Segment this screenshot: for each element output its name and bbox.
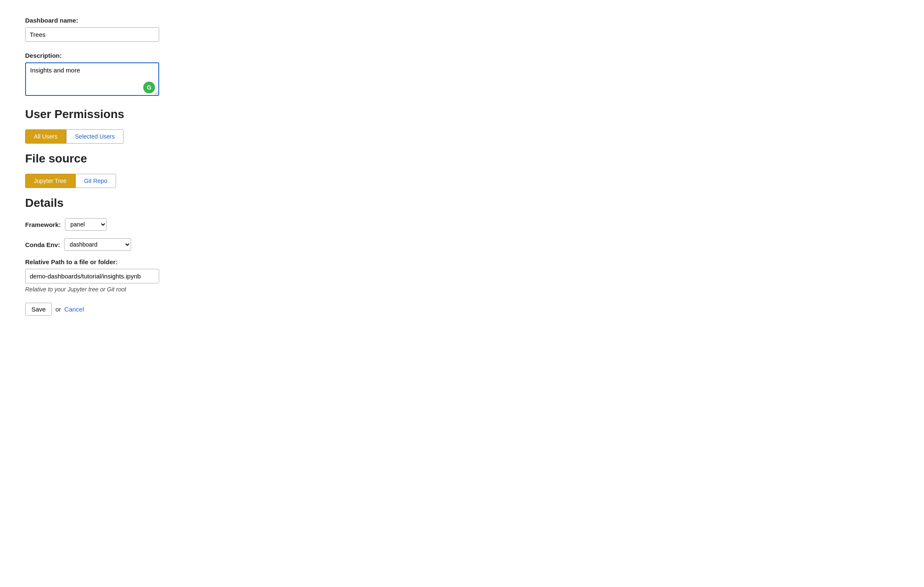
- conda-env-label: Conda Env:: [25, 241, 60, 248]
- file-source-section: File source Jupyter Tree Git Repo: [25, 152, 899, 188]
- conda-env-select[interactable]: dashboard base custom: [64, 238, 131, 251]
- relative-path-group: Relative Path to a file or folder: Relat…: [25, 258, 899, 293]
- framework-row: Framework: panel voila streamlit bokeh: [25, 218, 899, 231]
- save-row: Save or Cancel: [25, 303, 899, 316]
- relative-path-input[interactable]: [25, 269, 159, 283]
- conda-env-row: Conda Env: dashboard base custom: [25, 238, 899, 251]
- selected-users-button[interactable]: Selected Users: [66, 129, 124, 144]
- description-textarea[interactable]: Insights and more: [25, 62, 159, 96]
- dashboard-name-group: Dashboard name:: [25, 17, 899, 42]
- all-users-button[interactable]: All Users: [25, 129, 66, 144]
- description-label: Description:: [25, 52, 899, 59]
- details-title: Details: [25, 196, 899, 210]
- dashboard-name-label: Dashboard name:: [25, 17, 899, 24]
- dashboard-name-input[interactable]: [25, 27, 159, 42]
- description-group: Description: Insights and more G: [25, 52, 899, 98]
- file-source-buttons: Jupyter Tree Git Repo: [25, 174, 899, 188]
- grammarly-icon[interactable]: G: [143, 82, 155, 93]
- jupyter-tree-button[interactable]: Jupyter Tree: [25, 174, 75, 188]
- description-wrapper: Insights and more G: [25, 62, 159, 98]
- save-button[interactable]: Save: [25, 303, 52, 316]
- or-text: or: [55, 306, 61, 313]
- user-permissions-buttons: All Users Selected Users: [25, 129, 899, 144]
- details-section: Details Framework: panel voila streamlit…: [25, 196, 899, 316]
- file-source-title: File source: [25, 152, 899, 165]
- framework-label: Framework:: [25, 221, 61, 228]
- user-permissions-title: User Permissions: [25, 108, 899, 121]
- framework-select[interactable]: panel voila streamlit bokeh: [65, 218, 107, 231]
- relative-path-hint: Relative to your Jupyter tree or Git roo…: [25, 286, 899, 293]
- git-repo-button[interactable]: Git Repo: [75, 174, 116, 188]
- user-permissions-section: User Permissions All Users Selected User…: [25, 108, 899, 144]
- cancel-link[interactable]: Cancel: [65, 306, 84, 313]
- relative-path-label: Relative Path to a file or folder:: [25, 258, 899, 265]
